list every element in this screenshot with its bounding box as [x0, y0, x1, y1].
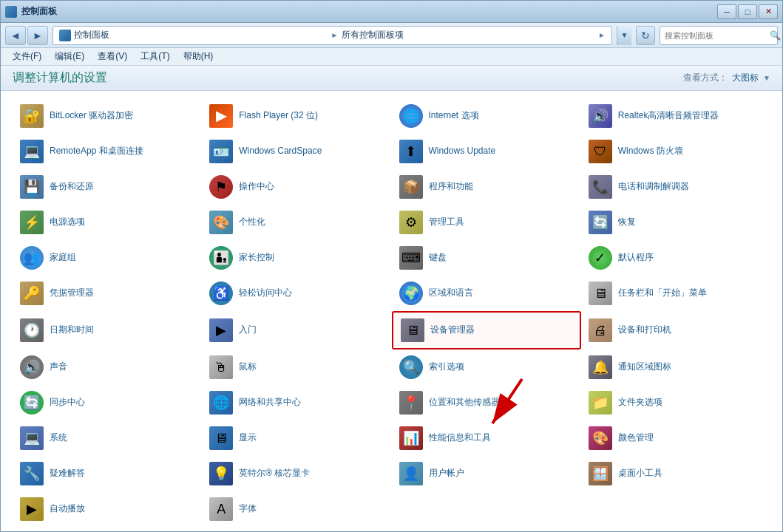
icon-item-programs[interactable]: 📦程序和功能 — [392, 169, 581, 205]
icon-item-display[interactable]: 🖥显示 — [202, 420, 391, 456]
icon-item-trouble[interactable]: 🔧疑难解答 — [13, 456, 202, 491]
icon-label-intel: 英特尔® 核芯显卡 — [239, 468, 310, 480]
icon-item-phone[interactable]: 📞电话和调制解调器 — [581, 169, 770, 205]
view-mode-control[interactable]: 查看方式： 大图标 ▼ — [683, 72, 770, 84]
icon-label-sync: 同步中心 — [50, 397, 85, 409]
icon-item-personal[interactable]: 🎨个性化 — [202, 205, 391, 240]
icon-item-parental[interactable]: 👨‍👦家长控制 — [202, 240, 391, 276]
icon-item-indexing[interactable]: 🔍索引选项 — [392, 349, 581, 385]
icon-label-default: 默认程序 — [618, 252, 654, 264]
back-button[interactable]: ◄ — [5, 26, 26, 45]
icon-item-firewall[interactable]: 🛡Windows 防火墙 — [581, 134, 770, 169]
icon-image-personal: 🎨 — [209, 211, 233, 234]
icon-item-devmgr[interactable]: 🖥设备管理器 — [392, 311, 581, 349]
maximize-button[interactable]: □ — [738, 4, 757, 19]
icon-image-folder: 📁 — [589, 391, 612, 415]
icon-item-location[interactable]: 📍位置和其他传感器 — [392, 385, 581, 420]
icon-item-access[interactable]: ♿轻松访问中心 — [202, 276, 391, 311]
close-button[interactable]: ✕ — [759, 4, 778, 19]
icon-item-user[interactable]: 👤用户帐户 — [392, 456, 581, 491]
search-input[interactable] — [665, 31, 767, 40]
icon-item-taskbar[interactable]: 🖥任务栏和「开始」菜单 — [581, 276, 770, 311]
icon-item-system[interactable]: 💻系统 — [13, 420, 202, 456]
icon-item-font[interactable]: A字体 — [202, 491, 391, 527]
icon-item-network[interactable]: 🌐网络和共享中心 — [202, 385, 391, 420]
icon-label-bitlocker: BitLocker 驱动器加密 — [50, 110, 133, 122]
icon-image-taskbar: 🖥 — [589, 282, 612, 305]
icon-label-remote: RemoteApp 和桌面连接 — [50, 146, 143, 157]
view-mode-value[interactable]: 大图标 — [732, 72, 759, 84]
menu-tools[interactable]: 工具(T) — [135, 49, 175, 64]
icon-item-autoplay[interactable]: ▶自动播放 — [13, 491, 202, 527]
icon-image-sound: 🔊 — [20, 355, 44, 379]
icon-item-homegroup[interactable]: 👥家庭组 — [13, 240, 202, 276]
icon-item-getstart[interactable]: ▶入门 — [202, 311, 391, 349]
icon-item-default[interactable]: ✓默认程序 — [581, 240, 770, 276]
icon-image-devmgr: 🖥 — [401, 318, 424, 342]
icon-item-intel[interactable]: 💡英特尔® 核芯显卡 — [202, 456, 391, 491]
icon-image-notify: 🔔 — [589, 355, 612, 379]
icons-grid: 🔐BitLocker 驱动器加密▶Flash Player (32 位)🌐Int… — [13, 98, 770, 527]
icon-item-cardspace[interactable]: 🪪Windows CardSpace — [202, 134, 391, 169]
icon-item-credential[interactable]: 🔑凭据管理器 — [13, 276, 202, 311]
icon-item-color[interactable]: 🎨颜色管理 — [581, 420, 770, 456]
icon-item-power[interactable]: ⚡电源选项 — [13, 205, 202, 240]
address-dropdown-button[interactable]: ▼ — [617, 26, 631, 45]
icon-item-sync[interactable]: 🔄同步中心 — [13, 385, 202, 420]
window-icon — [5, 6, 17, 18]
icon-item-performance[interactable]: 📊性能信息和工具 — [392, 420, 581, 456]
icon-image-parental: 👨‍👦 — [209, 246, 233, 270]
icon-label-phone: 电话和调制解调器 — [618, 181, 689, 193]
main-content: 调整计算机的设置 查看方式： 大图标 ▼ 🔐BitLocker 驱动器加密▶Fl… — [1, 66, 782, 531]
minimize-button[interactable]: ─ — [717, 4, 736, 19]
icon-item-keyboard[interactable]: ⌨键盘 — [392, 240, 581, 276]
icon-item-folder[interactable]: 📁文件夹选项 — [581, 385, 770, 420]
address-part2: 所有控制面板项 — [342, 29, 596, 41]
navigation-bar: ◄ ► 控制面板 ► 所有控制面板项 ► ▼ ↻ 🔍 — [1, 23, 782, 48]
icon-item-remote[interactable]: 💻RemoteApp 和桌面连接 — [13, 134, 202, 169]
refresh-button[interactable]: ↻ — [636, 26, 655, 45]
icon-item-manage[interactable]: ⚙管理工具 — [392, 205, 581, 240]
icon-item-devprint[interactable]: 🖨设备和打印机 — [581, 311, 770, 349]
forward-button[interactable]: ► — [27, 26, 48, 45]
icon-label-parental: 家长控制 — [239, 252, 274, 264]
title-bar-left: 控制面板 — [5, 5, 57, 18]
icon-label-realtek: Realtek高清晰音频管理器 — [618, 110, 719, 122]
icon-item-region[interactable]: 🌍区域和语言 — [392, 276, 581, 311]
icon-item-realtek[interactable]: 🔊Realtek高清晰音频管理器 — [581, 98, 770, 134]
icon-label-display: 显示 — [239, 432, 257, 444]
menu-edit[interactable]: 编辑(E) — [49, 49, 90, 64]
icon-item-mouse[interactable]: 🖱鼠标 — [202, 349, 391, 385]
view-mode-arrow: ▼ — [763, 74, 770, 82]
icon-image-phone: 📞 — [589, 175, 612, 199]
icon-image-system: 💻 — [20, 426, 44, 450]
search-icon: 🔍 — [770, 30, 781, 41]
menu-help[interactable]: 帮助(H) — [177, 49, 220, 64]
icons-wrapper: 🔐BitLocker 驱动器加密▶Flash Player (32 位)🌐Int… — [1, 91, 782, 531]
main-window: 控制面板 ─ □ ✕ ◄ ► 控制面板 ► 所有控制面板项 ► ▼ ↻ 🔍 文件… — [0, 0, 783, 532]
icon-item-sound[interactable]: 🔊声音 — [13, 349, 202, 385]
icon-item-backup[interactable]: 💾备份和还原 — [13, 169, 202, 205]
menu-view[interactable]: 查看(V) — [92, 49, 133, 64]
icon-image-restore: 🔄 — [589, 211, 612, 234]
icon-image-default: ✓ — [589, 246, 612, 270]
icon-item-internet[interactable]: 🌐Internet 选项 — [392, 98, 581, 134]
search-bar[interactable]: 🔍 — [660, 26, 778, 45]
icon-item-bitlocker[interactable]: 🔐BitLocker 驱动器加密 — [13, 98, 202, 134]
icon-item-datetime[interactable]: 🕐日期和时间 — [13, 311, 202, 349]
icon-label-autoplay: 自动播放 — [50, 503, 85, 515]
icon-item-desktop[interactable]: 🪟桌面小工具 — [581, 456, 770, 491]
menu-file[interactable]: 文件(F) — [7, 49, 47, 64]
icon-item-wupdate[interactable]: ⬆Windows Update — [392, 134, 581, 169]
icon-item-restore[interactable]: 🔄恢复 — [581, 205, 770, 240]
address-bar[interactable]: 控制面板 ► 所有控制面板项 ► — [52, 26, 612, 45]
icon-item-notify[interactable]: 🔔通知区域图标 — [581, 349, 770, 385]
icon-item-action[interactable]: ⚑操作中心 — [202, 169, 391, 205]
icon-image-datetime: 🕐 — [20, 318, 44, 342]
icon-item-flash[interactable]: ▶Flash Player (32 位) — [202, 98, 391, 134]
title-bar: 控制面板 ─ □ ✕ — [1, 1, 782, 23]
icon-image-wupdate: ⬆ — [399, 140, 423, 163]
icon-label-indexing: 索引选项 — [429, 361, 464, 373]
icon-image-mouse: 🖱 — [209, 355, 233, 379]
icon-label-user: 用户帐户 — [429, 468, 464, 480]
